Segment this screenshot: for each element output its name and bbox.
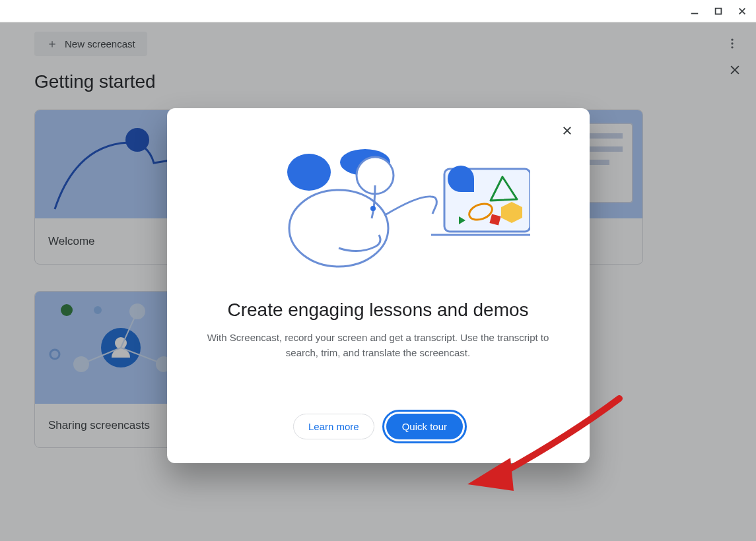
learn-more-button[interactable]: Learn more (293, 414, 374, 439)
modal-body: With Screencast, record your screen and … (193, 330, 563, 361)
window-maximize-button[interactable] (712, 5, 724, 17)
svg-point-33 (370, 206, 376, 211)
window-titlebar (0, 0, 756, 22)
app-root: ＋ New screencast Getting started (0, 22, 756, 541)
modal-actions: Learn more Quick tour (193, 414, 563, 439)
modal-heading: Create engaging lessons and demos (193, 300, 563, 321)
svg-rect-1 (716, 8, 722, 14)
modal-overlay: Create engaging lessons and demos With S… (0, 22, 756, 541)
svg-point-29 (289, 190, 388, 267)
close-icon (561, 125, 573, 137)
modal-illustration (193, 129, 563, 281)
quick-tour-button[interactable]: Quick tour (386, 414, 463, 439)
window-close-button[interactable] (736, 5, 748, 17)
window-minimize-button[interactable] (689, 5, 701, 17)
modal-close-button[interactable] (554, 117, 580, 144)
svg-point-30 (287, 154, 331, 191)
onboarding-modal: Create engaging lessons and demos With S… (167, 108, 590, 463)
